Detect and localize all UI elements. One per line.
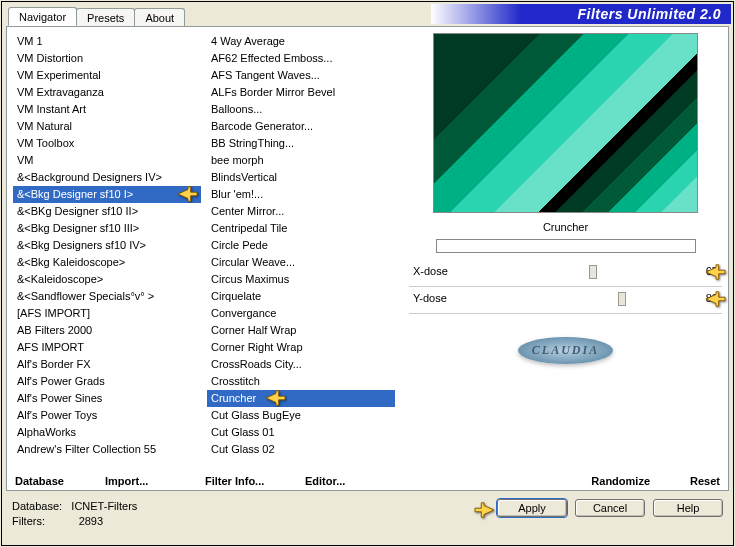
slider-label-y: Y-dose	[413, 292, 483, 304]
slider-row-y: Y-dose 83	[409, 290, 722, 306]
filter-item[interactable]: Circle Pede	[207, 237, 395, 254]
filter-item[interactable]: Cut Glass 02	[207, 441, 395, 453]
separator	[409, 286, 722, 287]
category-item[interactable]: &<Bkg Designer sf10 I>	[13, 186, 201, 203]
slider-thumb-x[interactable]	[589, 265, 597, 279]
link-filter-info[interactable]: Filter Info...	[205, 475, 305, 487]
category-item[interactable]: VM Extravaganza	[13, 84, 201, 101]
cancel-button[interactable]: Cancel	[575, 499, 645, 517]
slider-x[interactable]	[483, 263, 690, 279]
category-item[interactable]: &<BKg Designer sf10 II>	[13, 203, 201, 220]
claudia-badge: CLAUDIA	[518, 337, 613, 364]
category-item[interactable]: AlphaWorks	[13, 424, 201, 441]
slider-y[interactable]	[483, 290, 690, 306]
filter-item[interactable]: Blur 'em!...	[207, 186, 395, 203]
category-item[interactable]: VM Distortion	[13, 50, 201, 67]
filter-item[interactable]: 4 Way Average	[207, 33, 395, 50]
category-item[interactable]: VM Natural	[13, 118, 201, 135]
filter-item[interactable]: BB StringThing...	[207, 135, 395, 152]
category-item[interactable]: Alf's Power Grads	[13, 373, 201, 390]
filter-item[interactable]: Cirquelate	[207, 288, 395, 305]
category-item[interactable]: [AFS IMPORT]	[13, 305, 201, 322]
filter-item[interactable]: Cruncher	[207, 390, 395, 407]
progress-bar	[436, 239, 696, 253]
filter-item[interactable]: bee morph	[207, 152, 395, 169]
filter-item[interactable]: Circular Weave...	[207, 254, 395, 271]
pointer-icon	[265, 390, 287, 407]
category-item[interactable]: &<Bkg Designers sf10 IV>	[13, 237, 201, 254]
category-item[interactable]: Alf's Border FX	[13, 356, 201, 373]
watermark-logo: CLAUDIA	[409, 337, 722, 364]
category-item[interactable]: Alf's Power Sines	[13, 390, 201, 407]
category-item[interactable]: AFS IMPORT	[13, 339, 201, 356]
slider-row-x: X-dose 65	[409, 263, 722, 279]
link-editor[interactable]: Editor...	[305, 475, 395, 487]
category-item[interactable]: VM Experimental	[13, 67, 201, 84]
filter-item[interactable]: CrossRoads City...	[207, 356, 395, 373]
footer-info: Database: ICNET-Filters Filters: 2893	[12, 499, 497, 529]
db-label: Database:	[12, 500, 62, 512]
category-item[interactable]: Andrew's Filter Collection 55	[13, 441, 201, 453]
category-item[interactable]: VM	[13, 152, 201, 169]
link-import[interactable]: Import...	[105, 475, 205, 487]
link-randomize[interactable]: Randomize	[591, 475, 650, 487]
category-item[interactable]: &<Kaleidoscope>	[13, 271, 201, 288]
filter-item[interactable]: Corner Right Wrap	[207, 339, 395, 356]
filter-item[interactable]: BlindsVertical	[207, 169, 395, 186]
tab-navigator[interactable]: Navigator	[8, 7, 77, 26]
category-item[interactable]: VM 1	[13, 33, 201, 50]
filter-item[interactable]: Corner Half Wrap	[207, 322, 395, 339]
filter-item[interactable]: Barcode Generator...	[207, 118, 395, 135]
filter-item[interactable]: Circus Maximus	[207, 271, 395, 288]
filter-item[interactable]: Centripedal Tile	[207, 220, 395, 237]
tab-presets[interactable]: Presets	[76, 8, 135, 26]
filters-count-value: 2893	[79, 515, 103, 527]
filter-item[interactable]: Cut Glass BugEye	[207, 407, 395, 424]
apply-button[interactable]: Apply	[497, 499, 567, 517]
filters-count-label: Filters:	[12, 515, 45, 527]
filter-item[interactable]: Crosstitch	[207, 373, 395, 390]
link-database[interactable]: Database	[15, 475, 105, 487]
brand-title: Filters Unlimited 2.0	[431, 4, 731, 24]
filter-item[interactable]: ALFs Border Mirror Bevel	[207, 84, 395, 101]
slider-label-x: X-dose	[413, 265, 483, 277]
filter-item[interactable]: AF62 Effected Emboss...	[207, 50, 395, 67]
filter-item[interactable]: Cut Glass 01	[207, 424, 395, 441]
link-reset[interactable]: Reset	[690, 475, 720, 487]
filter-item[interactable]: Center Mirror...	[207, 203, 395, 220]
filter-item[interactable]: Balloons...	[207, 101, 395, 118]
separator	[409, 313, 722, 314]
category-item[interactable]: &<Background Designers IV>	[13, 169, 201, 186]
category-list[interactable]: VM 1VM DistortionVM ExperimentalVM Extra…	[13, 33, 201, 453]
pointer-icon	[177, 186, 199, 203]
tab-about[interactable]: About	[134, 8, 185, 26]
filter-item[interactable]: Convergance	[207, 305, 395, 322]
slider-value-x: 65	[690, 265, 718, 277]
slider-thumb-y[interactable]	[618, 292, 626, 306]
db-value: ICNET-Filters	[71, 500, 137, 512]
category-item[interactable]: AB Filters 2000	[13, 322, 201, 339]
help-button[interactable]: Help	[653, 499, 723, 517]
category-item[interactable]: &<Sandflower Specials°v° >	[13, 288, 201, 305]
filter-item[interactable]: AFS Tangent Waves...	[207, 67, 395, 84]
category-item[interactable]: &<Bkg Designer sf10 III>	[13, 220, 201, 237]
category-item[interactable]: VM Instant Art	[13, 101, 201, 118]
effect-title: Cruncher	[409, 221, 722, 233]
category-item[interactable]: Alf's Power Toys	[13, 407, 201, 424]
effect-preview	[433, 33, 698, 213]
category-item[interactable]: &<Bkg Kaleidoscope>	[13, 254, 201, 271]
category-item[interactable]: VM Toolbox	[13, 135, 201, 152]
slider-value-y: 83	[690, 292, 718, 304]
filter-list[interactable]: 4 Way AverageAF62 Effected Emboss...AFS …	[207, 33, 395, 453]
